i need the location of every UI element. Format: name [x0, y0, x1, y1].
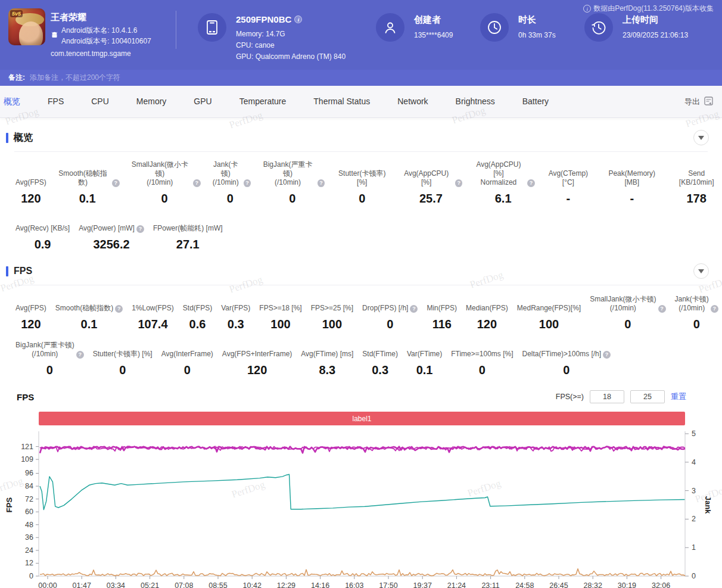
help-icon[interactable]: ?: [76, 351, 84, 359]
export-icon: [704, 96, 714, 108]
tab-gpu[interactable]: GPU: [194, 97, 211, 107]
clock-icon: [480, 13, 509, 42]
metric-value: 0.3: [362, 363, 398, 377]
metric-value: 0.3: [221, 317, 250, 331]
chart-text: 16:03: [345, 581, 363, 588]
metric-label: Avg(FPS): [15, 294, 46, 313]
duration-block: 时长 0h 33m 37s: [474, 0, 578, 42]
reset-link[interactable]: 重置: [671, 391, 686, 402]
device-gpu: GPU: Qualcomm Adreno (TM) 840: [236, 51, 346, 63]
export-button[interactable]: 导出: [684, 96, 714, 108]
metric-cell: FPS>=25 [%]100: [311, 294, 353, 331]
metric-value: 3256.2: [79, 237, 144, 251]
metric-label: Avg(AppCPU) [%] Normalized?: [471, 160, 534, 187]
help-icon[interactable]: ?: [115, 305, 123, 313]
overview-collapse-button[interactable]: [693, 130, 709, 145]
metric-value: 0: [334, 191, 390, 206]
tab-fps[interactable]: FPS: [48, 97, 64, 107]
help-icon[interactable]: ?: [318, 179, 325, 187]
chart-text: 1: [692, 543, 696, 552]
metric-label: Std(FTime): [362, 340, 398, 359]
fps-collapse-button[interactable]: [693, 263, 709, 279]
android-version-code: Android版本号: 1004010607: [61, 36, 151, 46]
metric-cell: Jank(卡顿) (/10min)?0: [210, 160, 251, 206]
metric-label: Var(FTime): [407, 340, 442, 359]
metric-row: Avg(Recv) [KB/s]0.9Avg(Power) [mW]?3256.…: [0, 214, 722, 251]
help-icon[interactable]: ?: [410, 305, 418, 313]
chevron-down-icon: [698, 269, 704, 273]
metric-value: 0: [161, 363, 213, 377]
note-bar[interactable]: 备注: 添加备注，不超过200个字符: [0, 70, 722, 86]
metric-cell: Std(FPS)0.6: [183, 294, 212, 331]
help-icon[interactable]: ?: [112, 179, 119, 187]
metric-cell: Avg(AppCPU) [%] Normalized?6.1: [471, 160, 534, 206]
metric-label: Peak(Memory) [MB]: [602, 168, 662, 187]
metric-cell: Min(FPS)116: [427, 294, 457, 331]
metric-value: 120: [15, 317, 46, 331]
creator-value: 135****6409: [414, 30, 453, 41]
chart-text: 24:58: [515, 581, 534, 588]
chart-text: 21:24: [447, 581, 466, 588]
metric-label: Avg(FPS): [15, 168, 46, 187]
fps-threshold-low-input[interactable]: [590, 390, 624, 403]
metric-cell: Std(FTime)0.3: [362, 340, 398, 377]
tab-brightness[interactable]: Brightness: [456, 97, 495, 107]
metric-value: 100: [311, 317, 353, 331]
overview-section-title: 概览: [14, 132, 693, 144]
tab-cpu[interactable]: CPU: [91, 97, 109, 107]
device-info-icon[interactable]: i: [294, 15, 302, 23]
fps-threshold-high-input[interactable]: [630, 390, 665, 403]
phone-icon: [198, 13, 226, 42]
help-icon[interactable]: ?: [455, 179, 462, 187]
tab-thermal-status[interactable]: Thermal Status: [313, 97, 370, 107]
fps-chart-canvas[interactable]: 0122436486072849610912101234500:0001:470…: [0, 425, 722, 588]
metric-value: 25.7: [399, 191, 462, 206]
chevron-down-icon: [698, 136, 704, 140]
chart-text: 96: [25, 469, 33, 477]
fps-chart-title: FPS: [17, 392, 556, 402]
metric-label: FPS>=25 [%]: [311, 294, 353, 313]
tab-memory[interactable]: Memory: [136, 97, 167, 107]
metric-value: 100: [259, 317, 301, 331]
metric-label: MedRange(FPS)[%]: [517, 294, 581, 313]
metric-value: 0: [15, 363, 84, 377]
help-icon[interactable]: ?: [193, 179, 200, 187]
metric-row: BigJank(严重卡顿) (/10min)?0Stutter(卡顿率) [%]…: [0, 340, 722, 377]
chart-text: 3: [692, 487, 696, 495]
metric-label: Jank(卡顿) (/10min)?: [675, 294, 718, 313]
metric-value: 0: [260, 191, 325, 206]
help-icon[interactable]: ?: [527, 179, 534, 187]
chart-text: 28:32: [584, 581, 602, 588]
metric-cell: BigJank(严重卡顿) (/10min)?0: [260, 160, 325, 206]
metric-cell: Avg(InterFrame)0: [161, 340, 213, 377]
help-icon[interactable]: ?: [711, 305, 718, 313]
help-icon[interactable]: ?: [603, 351, 611, 359]
tab-battery[interactable]: Battery: [522, 97, 549, 107]
metric-value: 100: [517, 317, 581, 331]
metric-value: 0: [93, 363, 153, 377]
help-icon[interactable]: ?: [658, 305, 666, 313]
help-icon[interactable]: ?: [136, 225, 144, 233]
tab-概览[interactable]: 概览: [4, 97, 20, 107]
chart-annotation-bar[interactable]: label1: [39, 412, 685, 425]
fps-section: FPS Avg(FPS)120Smooth(稳帧指数)?0.11%Low(FPS…: [0, 263, 722, 377]
creator-block: 创建者 135****6409: [370, 0, 474, 42]
metric-label: Var(FPS): [221, 294, 250, 313]
tab-network[interactable]: Network: [397, 97, 428, 107]
fps-chart[interactable]: 0122436486072849610912101234500:0001:470…: [0, 425, 722, 588]
metric-cell: Delta(FTime)>100ms [/h]?0: [522, 340, 611, 377]
help-icon[interactable]: ?: [244, 179, 251, 187]
section-accent-bar: [6, 133, 8, 143]
metric-label: Drop(FPS) [/h]?: [362, 294, 418, 313]
chart-text: 07:08: [175, 581, 193, 588]
metric-label: Min(FPS): [427, 294, 457, 313]
tab-temperature[interactable]: Temperature: [239, 97, 287, 107]
report-header: i 数据由PerfDog(11.3.250764)版本收集 5v5 王者荣耀 A…: [0, 0, 722, 70]
metric-value: 0.1: [55, 317, 123, 331]
user-icon: [376, 13, 404, 42]
chart-text: 03:34: [107, 581, 125, 588]
creator-label: 创建者: [414, 14, 453, 26]
section-divider: [14, 285, 708, 285]
metric-value: 0.1: [407, 363, 442, 377]
metric-label: SmallJank(微小卡顿) (/10min)?: [129, 160, 201, 187]
